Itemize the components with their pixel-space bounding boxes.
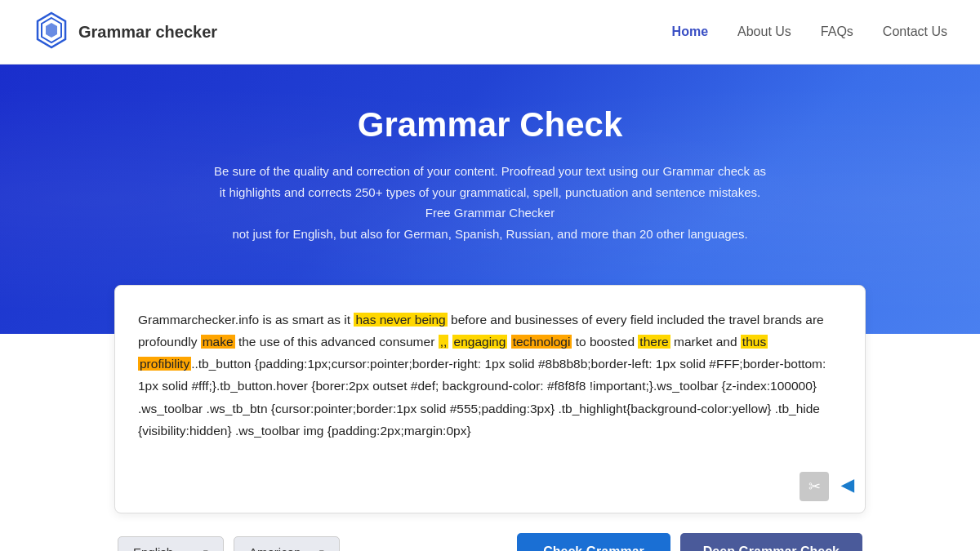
hero-subtitle: Be sure of the quality and correction of…	[212, 161, 768, 244]
check-grammar-button[interactable]: Check Grammar	[517, 533, 670, 551]
language-label: English	[133, 545, 173, 552]
main-container: Grammarchecker.info is as smart as it ha…	[98, 285, 882, 551]
language-dropdown[interactable]: English ▾	[118, 536, 224, 552]
dialect-dropdown[interactable]: American ▾	[234, 536, 340, 552]
logo-text: Grammar checker	[78, 23, 217, 42]
deep-grammar-button[interactable]: Deep Grammar Check	[680, 533, 862, 551]
language-selects: English ▾ American ▾	[118, 536, 340, 552]
svg-marker-2	[46, 23, 57, 38]
nav-contact[interactable]: Contact Us	[883, 24, 947, 39]
highlight-thus: thus	[741, 335, 768, 349]
language-dropdown-arrow: ▾	[203, 547, 208, 552]
editor-corner-arrow: ◀	[841, 475, 853, 495]
editor-corner-icon: ✂	[800, 472, 829, 501]
editor-card: Grammarchecker.info is as smart as it ha…	[114, 285, 866, 513]
highlight-there: there	[638, 335, 670, 349]
nav-home[interactable]: Home	[672, 24, 708, 39]
hero-title: Grammar Check	[16, 105, 964, 144]
action-buttons: Check Grammar Deep Grammar Check	[517, 533, 862, 551]
navbar: Grammar checker Home About Us FAQs Conta…	[0, 0, 980, 64]
nav-faqs[interactable]: FAQs	[821, 24, 853, 39]
highlight-technologi: technologi	[511, 335, 572, 349]
editor-content[interactable]: Grammarchecker.info is as smart as it ha…	[138, 309, 842, 442]
logo[interactable]: Grammar checker	[33, 11, 217, 52]
dialect-label: American	[249, 545, 301, 552]
highlight-profibility: profibility	[138, 357, 191, 371]
highlight-engaging: engaging	[452, 335, 508, 349]
nav-links: Home About Us FAQs Contact Us	[672, 24, 947, 39]
nav-about[interactable]: About Us	[737, 24, 791, 39]
dialect-dropdown-arrow: ▾	[319, 547, 324, 552]
bottom-toolbar: English ▾ American ▾ Check Grammar Deep …	[114, 533, 866, 551]
highlight-comma: ,,	[439, 335, 449, 349]
highlight-make: make	[201, 335, 235, 349]
highlight-has-never-being: has never being	[354, 313, 447, 327]
logo-icon	[33, 11, 70, 52]
